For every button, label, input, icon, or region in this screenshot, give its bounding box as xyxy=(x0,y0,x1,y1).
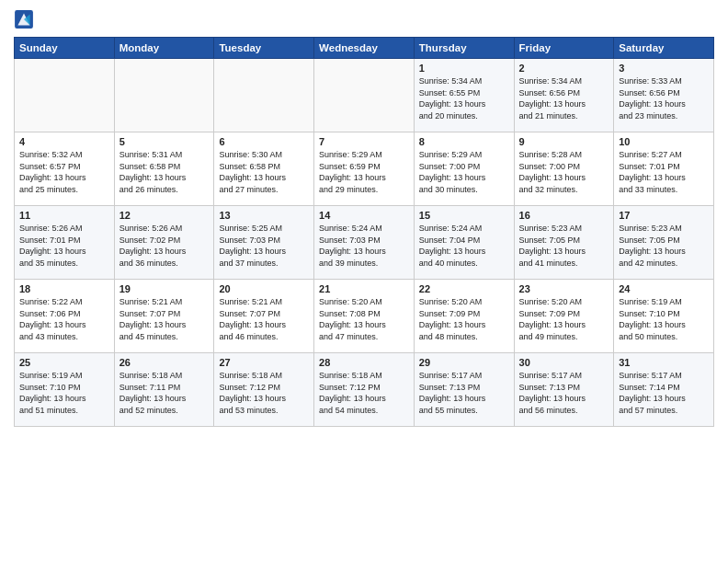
day-number: 26 xyxy=(119,357,210,368)
cell-info: Sunrise: 5:24 AM Sunset: 7:03 PM Dayligh… xyxy=(319,223,409,269)
calendar-week-2: 4Sunrise: 5:32 AM Sunset: 6:57 PM Daylig… xyxy=(15,132,714,206)
day-number: 30 xyxy=(519,357,609,368)
cell-info: Sunrise: 5:17 AM Sunset: 7:14 PM Dayligh… xyxy=(619,370,709,416)
cell-info: Sunrise: 5:23 AM Sunset: 7:05 PM Dayligh… xyxy=(519,223,609,269)
calendar-cell: 12Sunrise: 5:26 AM Sunset: 7:02 PM Dayli… xyxy=(114,206,214,280)
calendar-cell xyxy=(15,59,115,132)
page-header xyxy=(14,9,714,29)
day-number: 13 xyxy=(219,210,309,221)
day-number: 20 xyxy=(219,283,309,294)
logo xyxy=(14,9,37,29)
day-number: 3 xyxy=(619,63,709,74)
calendar-cell: 30Sunrise: 5:17 AM Sunset: 7:13 PM Dayli… xyxy=(514,353,614,427)
day-number: 7 xyxy=(319,136,409,147)
cell-info: Sunrise: 5:19 AM Sunset: 7:10 PM Dayligh… xyxy=(19,370,109,416)
calendar-cell: 14Sunrise: 5:24 AM Sunset: 7:03 PM Dayli… xyxy=(314,206,415,280)
cell-info: Sunrise: 5:34 AM Sunset: 6:55 PM Dayligh… xyxy=(419,75,509,121)
cell-info: Sunrise: 5:19 AM Sunset: 7:10 PM Dayligh… xyxy=(619,296,709,342)
calendar-week-4: 18Sunrise: 5:22 AM Sunset: 7:06 PM Dayli… xyxy=(15,280,714,353)
cell-info: Sunrise: 5:34 AM Sunset: 6:56 PM Dayligh… xyxy=(519,75,609,121)
day-number: 24 xyxy=(619,283,709,294)
cell-info: Sunrise: 5:21 AM Sunset: 7:07 PM Dayligh… xyxy=(119,296,210,342)
cell-info: Sunrise: 5:30 AM Sunset: 6:58 PM Dayligh… xyxy=(219,149,309,195)
day-header-wednesday: Wednesday xyxy=(314,38,415,59)
cell-info: Sunrise: 5:21 AM Sunset: 7:07 PM Dayligh… xyxy=(219,296,309,342)
calendar-week-3: 11Sunrise: 5:26 AM Sunset: 7:01 PM Dayli… xyxy=(15,206,714,280)
calendar-cell xyxy=(214,59,314,132)
calendar-cell: 15Sunrise: 5:24 AM Sunset: 7:04 PM Dayli… xyxy=(414,206,514,280)
calendar-cell: 27Sunrise: 5:18 AM Sunset: 7:12 PM Dayli… xyxy=(214,353,314,427)
day-number: 29 xyxy=(419,357,509,368)
calendar-cell: 22Sunrise: 5:20 AM Sunset: 7:09 PM Dayli… xyxy=(414,280,514,353)
day-header-thursday: Thursday xyxy=(414,38,514,59)
day-number: 25 xyxy=(19,357,109,368)
logo-icon xyxy=(14,9,34,29)
day-number: 2 xyxy=(519,63,609,74)
cell-info: Sunrise: 5:33 AM Sunset: 6:56 PM Dayligh… xyxy=(619,75,709,121)
calendar-cell: 18Sunrise: 5:22 AM Sunset: 7:06 PM Dayli… xyxy=(15,280,115,353)
cell-info: Sunrise: 5:29 AM Sunset: 7:00 PM Dayligh… xyxy=(419,149,509,195)
calendar-cell: 24Sunrise: 5:19 AM Sunset: 7:10 PM Dayli… xyxy=(614,280,714,353)
day-header-monday: Monday xyxy=(114,38,214,59)
calendar-cell: 17Sunrise: 5:23 AM Sunset: 7:05 PM Dayli… xyxy=(614,206,714,280)
calendar-cell: 2Sunrise: 5:34 AM Sunset: 6:56 PM Daylig… xyxy=(514,59,614,132)
calendar-week-1: 1Sunrise: 5:34 AM Sunset: 6:55 PM Daylig… xyxy=(15,59,714,132)
calendar-cell: 7Sunrise: 5:29 AM Sunset: 6:59 PM Daylig… xyxy=(314,132,415,206)
cell-info: Sunrise: 5:26 AM Sunset: 7:02 PM Dayligh… xyxy=(119,223,210,269)
calendar-cell: 20Sunrise: 5:21 AM Sunset: 7:07 PM Dayli… xyxy=(214,280,314,353)
cell-info: Sunrise: 5:20 AM Sunset: 7:08 PM Dayligh… xyxy=(319,296,409,342)
cell-info: Sunrise: 5:23 AM Sunset: 7:05 PM Dayligh… xyxy=(619,223,709,269)
day-header-tuesday: Tuesday xyxy=(214,38,314,59)
calendar-cell: 19Sunrise: 5:21 AM Sunset: 7:07 PM Dayli… xyxy=(114,280,214,353)
day-number: 28 xyxy=(319,357,409,368)
day-number: 15 xyxy=(419,210,509,221)
calendar-cell: 4Sunrise: 5:32 AM Sunset: 6:57 PM Daylig… xyxy=(15,132,115,206)
calendar-cell: 25Sunrise: 5:19 AM Sunset: 7:10 PM Dayli… xyxy=(15,353,115,427)
cell-info: Sunrise: 5:28 AM Sunset: 7:00 PM Dayligh… xyxy=(519,149,609,195)
cell-info: Sunrise: 5:24 AM Sunset: 7:04 PM Dayligh… xyxy=(419,223,509,269)
day-number: 1 xyxy=(419,63,509,74)
calendar-cell: 23Sunrise: 5:20 AM Sunset: 7:09 PM Dayli… xyxy=(514,280,614,353)
cell-info: Sunrise: 5:25 AM Sunset: 7:03 PM Dayligh… xyxy=(219,223,309,269)
calendar-cell: 31Sunrise: 5:17 AM Sunset: 7:14 PM Dayli… xyxy=(614,353,714,427)
day-header-saturday: Saturday xyxy=(614,38,714,59)
day-number: 22 xyxy=(419,283,509,294)
calendar-cell: 29Sunrise: 5:17 AM Sunset: 7:13 PM Dayli… xyxy=(414,353,514,427)
day-number: 6 xyxy=(219,136,309,147)
day-number: 5 xyxy=(119,136,210,147)
calendar-cell: 1Sunrise: 5:34 AM Sunset: 6:55 PM Daylig… xyxy=(414,59,514,132)
calendar-week-5: 25Sunrise: 5:19 AM Sunset: 7:10 PM Dayli… xyxy=(15,353,714,427)
calendar-cell: 13Sunrise: 5:25 AM Sunset: 7:03 PM Dayli… xyxy=(214,206,314,280)
day-header-friday: Friday xyxy=(514,38,614,59)
calendar-cell: 28Sunrise: 5:18 AM Sunset: 7:12 PM Dayli… xyxy=(314,353,415,427)
calendar-cell: 6Sunrise: 5:30 AM Sunset: 6:58 PM Daylig… xyxy=(214,132,314,206)
day-number: 16 xyxy=(519,210,609,221)
day-number: 9 xyxy=(519,136,609,147)
calendar-cell xyxy=(114,59,214,132)
day-header-sunday: Sunday xyxy=(15,38,115,59)
cell-info: Sunrise: 5:32 AM Sunset: 6:57 PM Dayligh… xyxy=(19,149,109,195)
cell-info: Sunrise: 5:29 AM Sunset: 6:59 PM Dayligh… xyxy=(319,149,409,195)
calendar-cell xyxy=(314,59,415,132)
calendar-page: SundayMondayTuesdayWednesdayThursdayFrid… xyxy=(0,0,728,563)
calendar-cell: 11Sunrise: 5:26 AM Sunset: 7:01 PM Dayli… xyxy=(15,206,115,280)
day-number: 18 xyxy=(19,283,109,294)
day-number: 11 xyxy=(19,210,109,221)
day-number: 27 xyxy=(219,357,309,368)
calendar-cell: 3Sunrise: 5:33 AM Sunset: 6:56 PM Daylig… xyxy=(614,59,714,132)
calendar-cell: 16Sunrise: 5:23 AM Sunset: 7:05 PM Dayli… xyxy=(514,206,614,280)
day-number: 23 xyxy=(519,283,609,294)
cell-info: Sunrise: 5:22 AM Sunset: 7:06 PM Dayligh… xyxy=(19,296,109,342)
day-number: 12 xyxy=(119,210,210,221)
calendar-cell: 8Sunrise: 5:29 AM Sunset: 7:00 PM Daylig… xyxy=(414,132,514,206)
cell-info: Sunrise: 5:26 AM Sunset: 7:01 PM Dayligh… xyxy=(19,223,109,269)
cell-info: Sunrise: 5:18 AM Sunset: 7:11 PM Dayligh… xyxy=(119,370,210,416)
cell-info: Sunrise: 5:17 AM Sunset: 7:13 PM Dayligh… xyxy=(519,370,609,416)
day-number: 4 xyxy=(19,136,109,147)
cell-info: Sunrise: 5:31 AM Sunset: 6:58 PM Dayligh… xyxy=(119,149,210,195)
day-number: 19 xyxy=(119,283,210,294)
cell-info: Sunrise: 5:18 AM Sunset: 7:12 PM Dayligh… xyxy=(219,370,309,416)
calendar-table: SundayMondayTuesdayWednesdayThursdayFrid… xyxy=(14,37,714,427)
day-number: 21 xyxy=(319,283,409,294)
calendar-cell: 9Sunrise: 5:28 AM Sunset: 7:00 PM Daylig… xyxy=(514,132,614,206)
